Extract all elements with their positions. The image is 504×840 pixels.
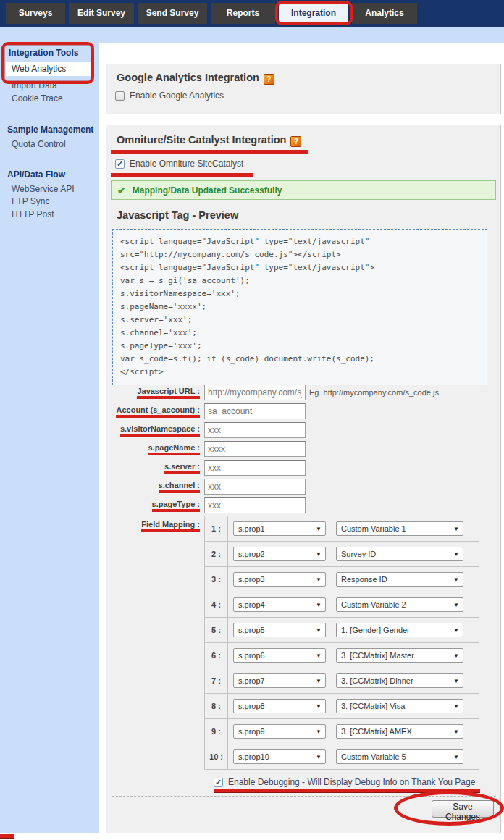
mapping-row-6: 6 : s.prop6▼ 3. [CCMatrix] Master▼ (204, 642, 479, 668)
mapping-target-select-1[interactable]: Custom Variable 1▼ (336, 521, 463, 536)
code-line: var s_code=s.t(); if (s_code) document.w… (120, 353, 479, 366)
dropdown-arrow-icon: ▼ (316, 523, 322, 536)
dropdown-arrow-icon: ▼ (453, 599, 459, 612)
dropdown-arrow-icon: ▼ (453, 548, 459, 561)
code-line: </script> (120, 366, 479, 379)
code-line: s.server='xxx'; (120, 314, 479, 327)
mapping-target-select-2[interactable]: Survey ID▼ (336, 547, 463, 561)
mapping-row-1: 1 : s.prop1▼ Custom Variable 1▼ (204, 516, 479, 542)
enable-debugging-checkbox[interactable]: ✓ (214, 778, 223, 787)
subnav-band (0, 27, 504, 43)
sidebar-section-sample-management: Sample Management (7, 125, 93, 135)
dropdown-arrow-icon: ▼ (453, 751, 459, 764)
mapping-row-number: 8 : (205, 694, 228, 718)
mapping-target-select-7[interactable]: 3. [CCMatrix] Dinner▼ (336, 673, 463, 688)
mapping-prop-select-4[interactable]: s.prop4▼ (233, 597, 326, 612)
mapping-row-4: 4 : s.prop4▼ Custom Variable 2▼ (204, 592, 479, 618)
code-line: s.channel='xxx'; (120, 327, 479, 340)
mapping-prop-select-2[interactable]: s.prop2▼ (233, 547, 326, 561)
annotation-save-button (394, 791, 504, 826)
field-mapping-label-cell: Field Mapping : (106, 520, 200, 532)
server-input[interactable] (204, 460, 306, 476)
mapping-target-value: Custom Variable 5 (341, 752, 406, 761)
google-analytics-section: Google Analytics Integration? Enable Goo… (106, 64, 501, 114)
success-message-text: Mapping/Data Updated Successfully (133, 185, 282, 196)
page-name-label-cell: s.pageName : (106, 443, 200, 455)
mapping-prop-select-8[interactable]: s.prop8▼ (233, 699, 326, 713)
mapping-prop-select-10[interactable]: s.prop10▼ (233, 749, 326, 764)
page-type-label: s.pageType : (152, 500, 200, 512)
mapping-prop-select-7[interactable]: s.prop7▼ (233, 673, 326, 688)
sidebar (0, 43, 99, 833)
mapping-prop-select-6[interactable]: s.prop6▼ (233, 648, 326, 663)
code-line: s.pageType='xxx'; (120, 340, 479, 353)
success-check-icon: ✔ (117, 185, 126, 196)
mapping-prop-select-5[interactable]: s.prop5▼ (233, 623, 326, 637)
mapping-row-number: 3 : (205, 567, 228, 592)
page-name-input[interactable] (204, 441, 306, 457)
annotation-integration-tab (275, 1, 353, 25)
mapping-target-value: 3. [CCMatrix] Visa (341, 702, 405, 710)
sidebar-item-ftp-sync[interactable]: FTP Sync (12, 196, 49, 206)
js-tag-preview-title: Javascript Tag - Preview (117, 209, 238, 221)
tab-analytics[interactable]: Analytics (352, 3, 417, 24)
javascript-url-input[interactable] (204, 385, 306, 400)
form-row-page-type: s.pageType : (106, 497, 501, 513)
visitor-namespace-input[interactable] (204, 422, 306, 438)
tab-edit-survey[interactable]: Edit Survey (69, 3, 134, 24)
dropdown-arrow-icon: ▼ (453, 700, 459, 713)
tab-surveys[interactable]: Surveys (6, 3, 65, 24)
dropdown-arrow-icon: ▼ (316, 548, 322, 561)
mapping-row-7: 7 : s.prop7▼ 3. [CCMatrix] Dinner▼ (204, 668, 479, 694)
mapping-target-select-4[interactable]: Custom Variable 2▼ (336, 597, 463, 612)
server-label-cell: s.server : (106, 462, 200, 474)
help-icon[interactable]: ? (290, 136, 301, 147)
field-mapping-label: Field Mapping : (141, 520, 200, 532)
javascript-url-label: Javascript URL : (137, 387, 200, 399)
mapping-target-value: Response ID (341, 575, 387, 584)
tab-reports[interactable]: Reports (211, 3, 275, 24)
page-type-input[interactable] (204, 497, 306, 513)
mapping-row-number: 4 : (205, 592, 228, 617)
mapping-target-value: Custom Variable 2 (341, 600, 406, 609)
mapping-prop-value: s.prop7 (238, 676, 265, 685)
mapping-target-select-5[interactable]: 1. [Gender] Gender▼ (336, 623, 463, 637)
enable-google-analytics-row: Enable Google Analytics (115, 91, 224, 101)
enable-omniture-checkbox[interactable]: ✓ (115, 159, 125, 169)
server-label: s.server : (164, 462, 200, 474)
account-input[interactable] (204, 403, 306, 419)
mapping-target-select-8[interactable]: 3. [CCMatrix] Visa▼ (336, 699, 463, 713)
annotation-fragment (0, 834, 14, 839)
mapping-prop-value: s.prop5 (238, 626, 265, 634)
omniture-title: Omniture/Site Catalyst Integration? (117, 134, 301, 147)
mapping-target-select-6[interactable]: 3. [CCMatrix] Master▼ (336, 648, 463, 663)
dropdown-arrow-icon: ▼ (316, 624, 322, 637)
mapping-target-select-3[interactable]: Response ID▼ (336, 572, 463, 587)
mapping-prop-select-1[interactable]: s.prop1▼ (233, 521, 326, 536)
mapping-row-number: 2 : (205, 542, 228, 566)
mapping-prop-select-3[interactable]: s.prop3▼ (233, 572, 326, 587)
sidebar-item-cookie-trace[interactable]: Cookie Trace (12, 93, 63, 104)
sidebar-item-http-post[interactable]: HTTP Post (12, 209, 54, 219)
sidebar-item-webservice-api[interactable]: WebService API (12, 184, 74, 194)
mapping-target-select-9[interactable]: 3. [CCMatrix] AMEX▼ (336, 724, 463, 739)
mapping-prop-select-9[interactable]: s.prop9▼ (233, 724, 326, 739)
google-analytics-title: Google Analytics Integration? (117, 72, 274, 85)
channel-input[interactable] (204, 479, 306, 495)
page-name-label: s.pageName : (148, 443, 200, 455)
enable-google-analytics-checkbox[interactable] (115, 91, 125, 101)
mapping-target-value: 3. [CCMatrix] AMEX (341, 727, 412, 736)
tab-send-survey[interactable]: Send Survey (138, 3, 207, 24)
mapping-row-number: 10 : (205, 744, 228, 769)
mapping-row-number: 5 : (205, 618, 228, 642)
help-icon[interactable]: ? (264, 74, 274, 85)
mapping-row-number: 6 : (205, 643, 228, 668)
mapping-row-2: 2 : s.prop2▼ Survey ID▼ (204, 541, 479, 567)
enable-google-analytics-label: Enable Google Analytics (130, 91, 224, 101)
mapping-target-select-10[interactable]: Custom Variable 5▼ (336, 749, 463, 764)
mapping-prop-value: s.prop2 (238, 550, 265, 558)
mapping-row-5: 5 : s.prop5▼ 1. [Gender] Gender▼ (204, 617, 479, 643)
sidebar-item-quota-control[interactable]: Quota Control (12, 139, 66, 149)
dropdown-arrow-icon: ▼ (316, 574, 322, 587)
account-label: Account (s_account) : (116, 406, 200, 418)
